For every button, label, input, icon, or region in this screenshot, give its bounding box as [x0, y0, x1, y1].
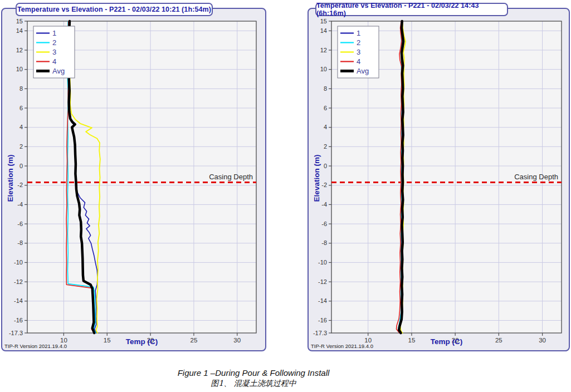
chart-canvas-left: 1514121086420-2-4-6-8-10-12-14-16-17.310…: [2, 9, 265, 350]
legend-label-4: 4: [357, 57, 360, 66]
y-tick-label: 0: [19, 163, 23, 169]
y-tick-label: 10: [16, 66, 23, 72]
y-tick-label: 14: [16, 27, 23, 34]
y-tick-label: -14: [14, 297, 23, 304]
y-tick-label: -4: [321, 201, 327, 208]
y-axis-label-left: Elevation (m): [6, 155, 14, 202]
y-tick-label: -6: [17, 220, 23, 227]
y-tick-label: 15: [320, 18, 327, 24]
y-tick-label: -17.3: [313, 330, 327, 336]
legend-label-1: 1: [52, 29, 56, 37]
legend-label-3: 3: [357, 48, 360, 56]
y-tick-label: 4: [19, 124, 23, 130]
casing-depth-label: Casing Depth: [514, 173, 558, 181]
legend-label-4: 4: [52, 57, 56, 66]
chart-panel-right: 1514121086420-2-4-6-8-10-12-14-16-17.310…: [308, 8, 570, 351]
y-tick-label: -12: [14, 278, 23, 285]
y-tick-label: 2: [19, 143, 23, 150]
y-tick-label: -16: [318, 317, 327, 324]
y-tick-label: 14: [320, 27, 327, 34]
y-axis-label-right: Elevation (m): [313, 155, 321, 202]
y-tick-label: 15: [16, 18, 23, 24]
y-tick-label: -14: [318, 297, 327, 304]
chart-title-right: Temperature vs Elevation - P221 - 02/03/…: [315, 3, 508, 16]
y-tick-label: -12: [318, 278, 327, 285]
legend-label-1: 1: [357, 29, 360, 37]
y-tick-label: -4: [17, 201, 23, 208]
legend-label-3: 3: [52, 48, 56, 56]
legend-label-avg: Avg: [52, 67, 65, 75]
y-tick-label: 2: [324, 143, 327, 150]
y-tick-label: 8: [324, 85, 327, 92]
y-tick-label: -16: [14, 317, 23, 324]
version-text-left: TIP-R Version 2021.19.4.0: [4, 343, 67, 349]
y-tick-label: -10: [14, 259, 23, 266]
chart-canvas-right: 1514121086420-2-4-6-8-10-12-14-16-17.310…: [309, 9, 569, 350]
y-tick-label: -17.3: [9, 330, 23, 336]
y-tick-label: -10: [318, 259, 327, 266]
y-tick-label: 6: [19, 105, 23, 111]
report-page: Temperature vs Elevation - P221 - 02/03/…: [0, 0, 571, 392]
y-tick-label: 10: [320, 66, 327, 72]
figure-caption-en: Figure 1 –During Pour & Following Instal…: [72, 368, 435, 378]
y-tick-label: 12: [320, 47, 327, 53]
y-tick-label: -2: [321, 182, 327, 188]
chart-panel-left: 1514121086420-2-4-6-8-10-12-14-16-17.310…: [1, 8, 266, 351]
y-tick-label: -8: [321, 239, 327, 246]
chart-title-left: Temperature vs Elevation - P221 - 02/03/…: [16, 3, 213, 16]
y-tick-label: 8: [19, 85, 23, 92]
version-text-right: TIP-R Version 2021.19.4.0: [311, 343, 373, 349]
legend-label-2: 2: [357, 38, 360, 47]
y-tick-label: -2: [17, 182, 23, 188]
y-tick-label: -8: [17, 239, 23, 246]
y-tick-label: 6: [324, 105, 327, 111]
casing-depth-label: Casing Depth: [209, 173, 253, 181]
figure-caption-zh: 图1、 混凝土浇筑过程中: [72, 379, 435, 389]
legend-label-avg: Avg: [357, 67, 369, 75]
y-tick-label: 4: [324, 124, 327, 130]
legend-label-2: 2: [52, 38, 56, 47]
y-tick-label: -6: [321, 220, 327, 227]
y-tick-label: 12: [16, 47, 23, 53]
figure-caption: Figure 1 –During Pour & Following Instal…: [72, 368, 435, 389]
y-tick-label: 0: [324, 163, 327, 169]
